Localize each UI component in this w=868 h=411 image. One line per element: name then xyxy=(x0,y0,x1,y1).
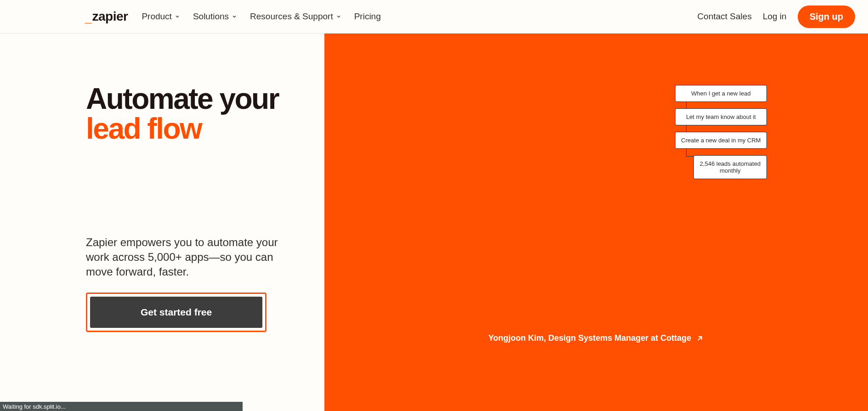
flow-card-stats: 2,546 leads automated monthly xyxy=(693,155,767,179)
nav-item-label: Pricing xyxy=(354,11,381,22)
chevron-down-icon xyxy=(175,14,180,19)
status-text: Waiting for sdk.split.io... xyxy=(3,403,66,410)
flow-card-action-crm: Create a new deal in my CRM xyxy=(675,132,767,149)
nav-item-label: Solutions xyxy=(193,11,229,22)
connector-line xyxy=(686,148,686,156)
flow-card-action-notify: Let my team know about it xyxy=(675,108,767,125)
login-link[interactable]: Log in xyxy=(763,11,787,22)
nav-item-solutions[interactable]: Solutions xyxy=(193,11,237,22)
testimonial-byline[interactable]: Yongjoon Kim, Design Systems Manager at … xyxy=(488,333,704,343)
hero-subtitle: Zapier empowers you to automate your wor… xyxy=(86,235,279,280)
hero-section: Automate your lead flow Zapier empowers … xyxy=(0,34,868,411)
nav-item-product[interactable]: Product xyxy=(142,11,180,22)
chevron-down-icon xyxy=(336,14,341,19)
cta-focus-ring: Get started free xyxy=(86,293,267,332)
nav-item-pricing[interactable]: Pricing xyxy=(354,11,381,22)
get-started-button[interactable]: Get started free xyxy=(90,297,262,328)
browser-status-bar: Waiting for sdk.split.io... xyxy=(0,402,243,411)
logo-underscore-icon: _ xyxy=(85,12,91,24)
flow-card-trigger: When I get a new lead xyxy=(675,85,767,102)
hero-right: When I get a new lead Let my team know a… xyxy=(324,34,868,411)
workflow-diagram: When I get a new lead Let my team know a… xyxy=(675,85,767,179)
nav-item-label: Resources & Support xyxy=(250,11,333,22)
hero-left: Automate your lead flow Zapier empowers … xyxy=(0,34,324,411)
nav-links: Product Solutions Resources & Support Pr… xyxy=(142,11,380,22)
contact-sales-link[interactable]: Contact Sales xyxy=(698,11,752,22)
testimonial-text: Yongjoon Kim, Design Systems Manager at … xyxy=(488,333,692,343)
top-nav: _ zapier Product Solutions Resources & S… xyxy=(0,0,868,34)
nav-right: Contact Sales Log in Sign up xyxy=(698,6,855,28)
hero-title-line2: lead flow xyxy=(86,114,297,144)
logo[interactable]: _ zapier xyxy=(85,9,128,24)
hero-title: Automate your lead flow xyxy=(86,84,297,144)
signup-button[interactable]: Sign up xyxy=(798,6,855,28)
nav-item-resources[interactable]: Resources & Support xyxy=(250,11,341,22)
svg-line-0 xyxy=(698,337,702,340)
chevron-down-icon xyxy=(232,14,237,19)
logo-text: zapier xyxy=(92,9,128,24)
hero-title-line1: Automate your xyxy=(86,82,278,115)
arrow-up-right-icon xyxy=(696,334,704,343)
nav-item-label: Product xyxy=(142,11,171,22)
